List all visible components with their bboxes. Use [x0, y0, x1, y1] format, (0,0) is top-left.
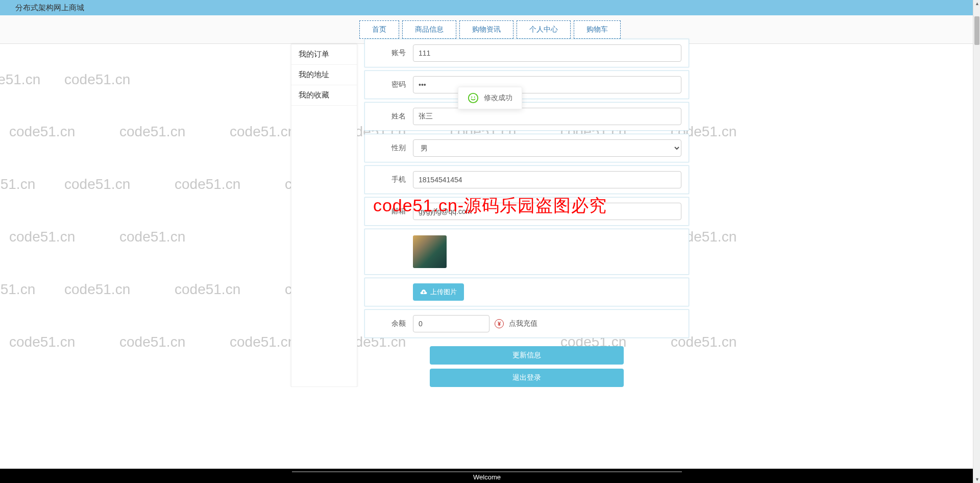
sidebar: 我的订单 我的地址 我的收藏: [291, 44, 357, 387]
nav-tab-profile[interactable]: 个人中心: [517, 20, 571, 39]
sidebar-item-favorites[interactable]: 我的收藏: [291, 85, 357, 106]
nav-tab-cart[interactable]: 购物车: [574, 20, 621, 39]
nav-tab-products[interactable]: 商品信息: [402, 20, 456, 39]
balance-label: 余额: [372, 319, 413, 328]
cloud-upload-icon: [420, 288, 427, 296]
top-bar: 分布式架构网上商城: [0, 0, 980, 15]
svg-point-2: [474, 96, 475, 98]
account-input[interactable]: [413, 44, 681, 62]
scrollbar-thumb[interactable]: [974, 16, 979, 45]
balance-input[interactable]: [413, 315, 489, 332]
name-input[interactable]: [413, 108, 681, 125]
recharge-link[interactable]: 点我充值: [509, 319, 537, 328]
account-label: 账号: [372, 49, 413, 58]
password-input[interactable]: [413, 76, 681, 93]
sidebar-item-orders[interactable]: 我的订单: [291, 44, 357, 65]
site-title: 分布式架构网上商城: [15, 3, 84, 13]
yen-icon: ¥: [495, 319, 504, 328]
logout-button[interactable]: 退出登录: [430, 369, 624, 387]
name-label: 姓名: [372, 112, 413, 121]
phone-input[interactable]: [413, 171, 681, 188]
password-label: 密码: [372, 80, 413, 89]
upload-button[interactable]: 上传图片: [413, 283, 464, 301]
toast-message: 修改成功: [484, 93, 512, 103]
nav-tab-news[interactable]: 购物资讯: [459, 20, 513, 39]
profile-form: 账号 密码 姓名 性别 男 手机: [364, 44, 689, 387]
nav-tab-home[interactable]: 首页: [359, 20, 399, 39]
upload-label: 上传图片: [430, 287, 457, 297]
gender-select[interactable]: 男: [413, 139, 681, 157]
avatar-image: [413, 235, 447, 268]
gender-label: 性别: [372, 143, 413, 153]
svg-point-1: [471, 96, 472, 98]
phone-label: 手机: [372, 175, 413, 184]
update-button[interactable]: 更新信息: [430, 346, 624, 365]
check-circle-icon: [468, 92, 479, 104]
scrollbar[interactable]: ▲ ▼: [973, 0, 980, 387]
email-label: 邮箱: [372, 207, 413, 216]
svg-point-0: [469, 93, 478, 103]
sidebar-item-address[interactable]: 我的地址: [291, 65, 357, 85]
email-input[interactable]: [413, 203, 681, 220]
success-toast: 修改成功: [458, 87, 522, 109]
scroll-up-icon[interactable]: ▲: [975, 1, 979, 6]
